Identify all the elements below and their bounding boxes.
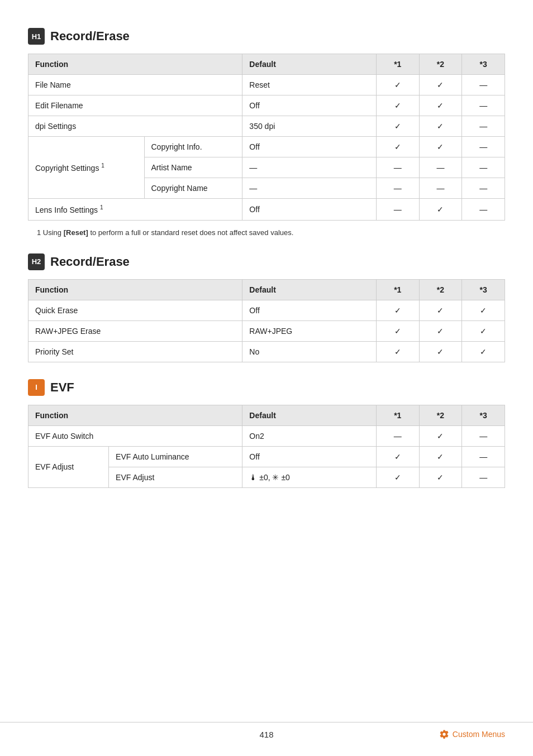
cell-star: ✓ — [419, 300, 462, 320]
cell-star: ✓ — [462, 320, 505, 341]
cell-star: — — [376, 157, 419, 178]
cell-star: ✓ — [419, 467, 462, 487]
cell-default: Off — [242, 199, 377, 221]
cell-star: ✓ — [419, 320, 462, 341]
cell-default: — — [242, 178, 377, 199]
cell-default: 🌡 ±0, ✳ ±0 — [242, 467, 377, 487]
cell-star: ✓ — [376, 320, 419, 341]
cell-star: — — [376, 199, 419, 221]
cell-function: Quick Erase — [28, 300, 242, 320]
cell-star: ✓ — [419, 199, 462, 221]
page-number: 418 — [187, 730, 346, 739]
table-row: Lens Info Settings 1Off—✓— — [28, 199, 505, 221]
cell-function: Priority Set — [28, 341, 242, 362]
col-star3-h2: *3 — [462, 279, 505, 300]
col-star3-i: *3 — [462, 405, 505, 425]
section-title-text-h1: Record/Erase — [50, 29, 130, 44]
table-row: RAW+JPEG EraseRAW+JPEG✓✓✓ — [28, 320, 505, 341]
cell-star: ✓ — [376, 341, 419, 362]
col-function-h2: Function — [28, 279, 242, 300]
cell-function: EVF Auto Switch — [28, 425, 242, 446]
cell-star: — — [462, 137, 505, 157]
cell-star: ✓ — [462, 341, 505, 362]
cell-subfunction: EVF Auto Luminance — [109, 446, 242, 467]
col-function-h1: Function — [28, 54, 242, 75]
col-star1-h1: *1 — [376, 54, 419, 75]
table-row: EVF AdjustEVF Auto LuminanceOff✓✓— — [28, 446, 505, 467]
cell-default: Off — [242, 137, 377, 157]
cell-star: — — [376, 178, 419, 199]
table-h2: FunctionDefault*1*2*3Quick EraseOff✓✓✓RA… — [28, 279, 505, 362]
cell-default: Off — [242, 446, 377, 467]
section-title-text-h2: Record/Erase — [50, 255, 130, 269]
col-star2-h1: *2 — [419, 54, 462, 75]
cell-star: ✓ — [419, 425, 462, 446]
cell-function: dpi Settings — [28, 116, 242, 137]
cell-star: — — [462, 425, 505, 446]
col-star2-h2: *2 — [419, 279, 462, 300]
section-title-i: IEVF — [28, 379, 505, 396]
cell-default: 350 dpi — [242, 116, 377, 137]
cell-star: ✓ — [419, 95, 462, 116]
cell-star: — — [376, 425, 419, 446]
cell-function: File Name — [28, 75, 242, 95]
cell-default: — — [242, 157, 377, 178]
table-row: File NameReset✓✓— — [28, 75, 505, 95]
table-row: Copyright Settings 1Copyright Info.Off✓✓… — [28, 137, 505, 157]
cell-star: ✓ — [376, 75, 419, 95]
cell-star: ✓ — [376, 137, 419, 157]
cell-star: ✓ — [419, 341, 462, 362]
col-function-i: Function — [28, 405, 242, 425]
col-default-h1: Default — [242, 54, 377, 75]
cell-star: ✓ — [419, 116, 462, 137]
custom-menus-link[interactable]: Custom Menus — [439, 729, 505, 739]
cell-star: — — [419, 178, 462, 199]
table-row: dpi Settings350 dpi✓✓— — [28, 116, 505, 137]
section-title-h2: H2Record/Erase — [28, 253, 505, 270]
cell-star: — — [462, 95, 505, 116]
col-star3-h1: *3 — [462, 54, 505, 75]
col-star1-h2: *1 — [376, 279, 419, 300]
cell-star: ✓ — [376, 446, 419, 467]
cell-default: RAW+JPEG — [242, 320, 377, 341]
page-footer: 418 Custom Menus — [0, 722, 533, 739]
cell-default: On2 — [242, 425, 377, 446]
cell-star: ✓ — [462, 300, 505, 320]
cell-subfunction: Copyright Name — [144, 178, 242, 199]
cell-default: Off — [242, 95, 377, 116]
cell-star: ✓ — [376, 95, 419, 116]
cell-function: Edit Filename — [28, 95, 242, 116]
footnote: 1 Using [Reset] to perform a full or sta… — [28, 228, 505, 237]
cell-function-group: EVF Adjust — [28, 446, 109, 487]
table-row: Quick EraseOff✓✓✓ — [28, 300, 505, 320]
cell-subfunction: Artist Name — [144, 157, 242, 178]
cell-star: — — [462, 446, 505, 467]
cell-star: ✓ — [376, 116, 419, 137]
cell-default: Reset — [242, 75, 377, 95]
cell-star: — — [462, 178, 505, 199]
cell-default: Off — [242, 300, 377, 320]
cell-star: — — [462, 157, 505, 178]
table-row: Priority SetNo✓✓✓ — [28, 341, 505, 362]
col-default-h2: Default — [242, 279, 377, 300]
cell-star: ✓ — [376, 467, 419, 487]
cell-function: RAW+JPEG Erase — [28, 320, 242, 341]
cell-function-group: Copyright Settings 1 — [28, 137, 145, 199]
cell-star: ✓ — [419, 75, 462, 95]
gear-icon — [439, 729, 449, 739]
cell-default: No — [242, 341, 377, 362]
col-star2-i: *2 — [419, 405, 462, 425]
table-i: FunctionDefault*1*2*3EVF Auto SwitchOn2—… — [28, 405, 505, 488]
table-row: EVF Auto SwitchOn2—✓— — [28, 425, 505, 446]
cell-subfunction: EVF Adjust — [109, 467, 242, 487]
section-title-text-i: EVF — [50, 380, 74, 395]
table-h1: FunctionDefault*1*2*3File NameReset✓✓—Ed… — [28, 54, 505, 221]
cell-star: ✓ — [419, 137, 462, 157]
cell-star: — — [462, 199, 505, 221]
cell-function: Lens Info Settings 1 — [28, 199, 242, 221]
col-star1-i: *1 — [376, 405, 419, 425]
cell-star: — — [462, 116, 505, 137]
section-badge-i: I — [28, 379, 45, 396]
cell-subfunction: Copyright Info. — [144, 137, 242, 157]
cell-star: ✓ — [419, 446, 462, 467]
